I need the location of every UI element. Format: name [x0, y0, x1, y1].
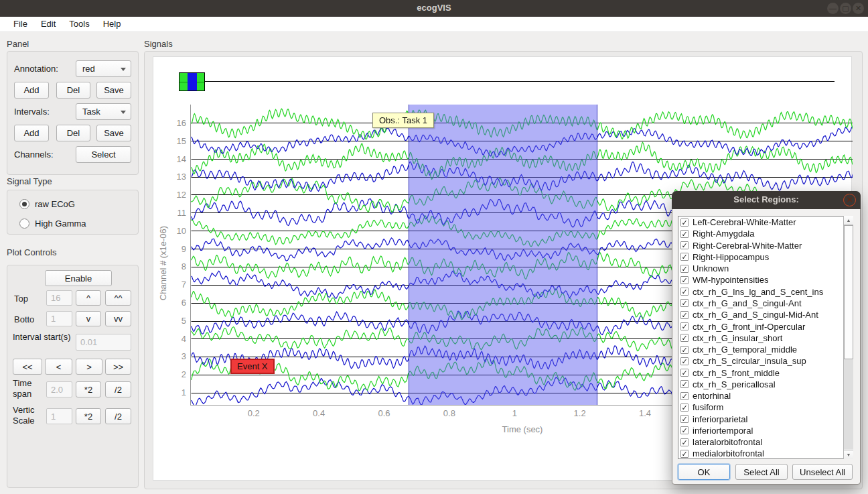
- navigator-timeline[interactable]: [205, 81, 835, 82]
- radio-high-gamma[interactable]: High Gamma: [19, 219, 86, 229]
- scrollbar-thumb[interactable]: [844, 225, 853, 359]
- region-list-item[interactable]: ✓ ctx_rh_S_front_middle: [678, 367, 853, 378]
- region-list-item[interactable]: ✓ ctx_rh_G_and_S_cingul-Ant: [678, 298, 853, 309]
- checkbox-checked-icon[interactable]: ✓: [680, 438, 689, 446]
- region-list-item[interactable]: ✓ entorhinal: [678, 390, 853, 402]
- checkbox-checked-icon[interactable]: ✓: [680, 299, 689, 307]
- region-list-item[interactable]: ✓ Unknown: [678, 263, 853, 274]
- menu-item[interactable]: File: [7, 17, 34, 31]
- region-list-item[interactable]: ✓ ctx_rh_G_and_S_cingul-Mid-Ant: [678, 309, 853, 320]
- region-list-item[interactable]: ✓ ctx_rh_S_pericallosal: [678, 379, 853, 390]
- scroll-up-icon[interactable]: ▲: [844, 216, 853, 225]
- close-icon[interactable]: ✕: [853, 3, 864, 14]
- checkbox-checked-icon[interactable]: ✓: [680, 253, 689, 261]
- radio-raw-ecog[interactable]: raw ECoG: [19, 199, 75, 209]
- title-bar[interactable]: ecogVIS — ▢ ✕: [0, 0, 868, 17]
- region-list-item[interactable]: ✓ medialorbitofrontal: [678, 448, 853, 459]
- time-span-half-button[interactable]: /2: [105, 381, 131, 397]
- checkbox-checked-icon[interactable]: ✓: [680, 415, 689, 423]
- list-scrollbar[interactable]: ▲ ▼: [843, 216, 853, 459]
- checkbox-checked-icon[interactable]: ✓: [680, 230, 689, 238]
- vertical-scale-input[interactable]: [46, 408, 72, 424]
- time-span-double-button[interactable]: *2: [76, 381, 101, 397]
- time-nav-button[interactable]: <: [45, 359, 72, 375]
- time-nav-button[interactable]: >: [76, 359, 102, 375]
- time-nav-button[interactable]: >>: [105, 359, 131, 375]
- checkbox-checked-icon[interactable]: ✓: [680, 426, 689, 434]
- intervals-combobox[interactable]: Task: [76, 103, 131, 120]
- intervals-del-button[interactable]: Del: [56, 125, 90, 141]
- checkbox-checked-icon[interactable]: ✓: [680, 392, 689, 400]
- navigator-view-handle[interactable]: [179, 72, 205, 91]
- time-span-input[interactable]: [46, 381, 72, 397]
- select-all-button[interactable]: Select All: [735, 464, 788, 480]
- menu-item[interactable]: Edit: [34, 17, 62, 31]
- checkbox-checked-icon[interactable]: ✓: [680, 334, 689, 342]
- checkbox-checked-icon[interactable]: ✓: [680, 450, 689, 458]
- annotation-save-button[interactable]: Save: [96, 82, 131, 99]
- region-list-item[interactable]: ✓ inferiorparietal: [678, 414, 853, 425]
- checkbox-checked-icon[interactable]: ✓: [680, 276, 689, 284]
- region-list-item[interactable]: ✓ WM-hypointensities: [678, 274, 853, 286]
- region-list-item[interactable]: ✓ inferiortemporal: [678, 425, 853, 436]
- channel-down-button[interactable]: v: [76, 311, 101, 326]
- channel-up-button[interactable]: ^: [76, 290, 101, 306]
- region-list-item[interactable]: ✓ Right-Hippocampus: [678, 251, 853, 263]
- region-list-item[interactable]: ✓ ctx_rh_G_front_inf-Opercular: [678, 320, 853, 332]
- checkbox-checked-icon[interactable]: ✓: [680, 241, 689, 249]
- checkbox-checked-icon[interactable]: ✓: [680, 265, 689, 273]
- dialog-title-bar[interactable]: Select Regions: ✕: [672, 191, 861, 209]
- scrollbar-groove[interactable]: [844, 359, 853, 449]
- interval-start-input[interactable]: [76, 334, 131, 351]
- checkbox-checked-icon[interactable]: ✓: [680, 346, 689, 354]
- channels-select-button[interactable]: Select: [76, 146, 131, 163]
- menu-item[interactable]: Tools: [62, 17, 96, 31]
- interval-start-label: Interval start(s): [13, 332, 72, 343]
- annotation-add-button[interactable]: Add: [14, 82, 49, 99]
- checkbox-checked-icon[interactable]: ✓: [680, 357, 689, 365]
- ok-button[interactable]: OK: [678, 464, 730, 480]
- radio-selected-icon: [19, 199, 29, 209]
- task-interval-region[interactable]: [409, 105, 597, 405]
- top-input[interactable]: [46, 290, 72, 306]
- region-list-item[interactable]: ✓ Right-Amygdala: [678, 228, 853, 239]
- y-tick-label: 14: [177, 153, 186, 165]
- channel-up-fast-button[interactable]: ^^: [105, 290, 131, 306]
- unselect-all-button[interactable]: Unselect All: [792, 464, 853, 480]
- region-list-item[interactable]: ✓ ctx_rh_G_Ins_lg_and_S_cent_ins: [678, 286, 853, 298]
- maximize-icon[interactable]: ▢: [840, 3, 851, 14]
- region-list-item[interactable]: ✓ lateralorbitofrontal: [678, 436, 853, 448]
- regions-list[interactable]: ✓ Left-Cerebral-White-Matter ✓ Right-Amy…: [678, 216, 853, 459]
- checkbox-checked-icon[interactable]: ✓: [680, 369, 689, 377]
- checkbox-checked-icon[interactable]: ✓: [680, 322, 689, 330]
- checkbox-checked-icon[interactable]: ✓: [680, 288, 689, 296]
- bottom-input[interactable]: [46, 311, 72, 326]
- checkbox-checked-icon[interactable]: ✓: [680, 311, 689, 319]
- select-regions-dialog: Select Regions: ✕ ✓ Left-Cerebral-White-…: [672, 191, 861, 485]
- annotation-combobox[interactable]: red: [76, 60, 131, 77]
- region-list-item[interactable]: ✓ Right-Cerebral-White-Matter: [678, 240, 853, 251]
- dialog-close-icon[interactable]: ✕: [843, 194, 856, 206]
- checkbox-checked-icon[interactable]: ✓: [680, 219, 689, 227]
- checkbox-checked-icon[interactable]: ✓: [680, 380, 689, 388]
- event-annotation[interactable]: Event X: [230, 359, 275, 374]
- region-list-item[interactable]: ✓ ctx_rh_G_temporal_middle: [678, 344, 853, 355]
- vertical-scale-half-button[interactable]: /2: [105, 408, 131, 424]
- time-nav-button[interactable]: <<: [13, 359, 42, 375]
- region-list-item[interactable]: ✓ fusiform: [678, 402, 853, 413]
- region-list-item[interactable]: ✓ ctx_rh_S_circular_insula_sup: [678, 355, 853, 367]
- annotation-del-button[interactable]: Del: [56, 82, 90, 99]
- minimize-icon[interactable]: —: [827, 3, 839, 14]
- menu-item[interactable]: Help: [96, 17, 128, 31]
- region-list-item[interactable]: ✓ ctx_rh_G_insular_short: [678, 332, 853, 344]
- time-span-label: Time span: [13, 378, 46, 399]
- enable-button[interactable]: Enable: [45, 270, 112, 286]
- checkbox-checked-icon[interactable]: ✓: [680, 404, 689, 412]
- vertical-scale-double-button[interactable]: *2: [76, 408, 101, 424]
- intervals-add-button[interactable]: Add: [14, 125, 49, 141]
- intervals-save-button[interactable]: Save: [96, 125, 131, 141]
- navigator-current-window[interactable]: [188, 73, 197, 90]
- region-list-item[interactable]: ✓ Left-Cerebral-White-Matter: [678, 217, 853, 228]
- channel-down-fast-button[interactable]: vv: [105, 311, 131, 326]
- scroll-down-icon[interactable]: ▼: [844, 450, 853, 459]
